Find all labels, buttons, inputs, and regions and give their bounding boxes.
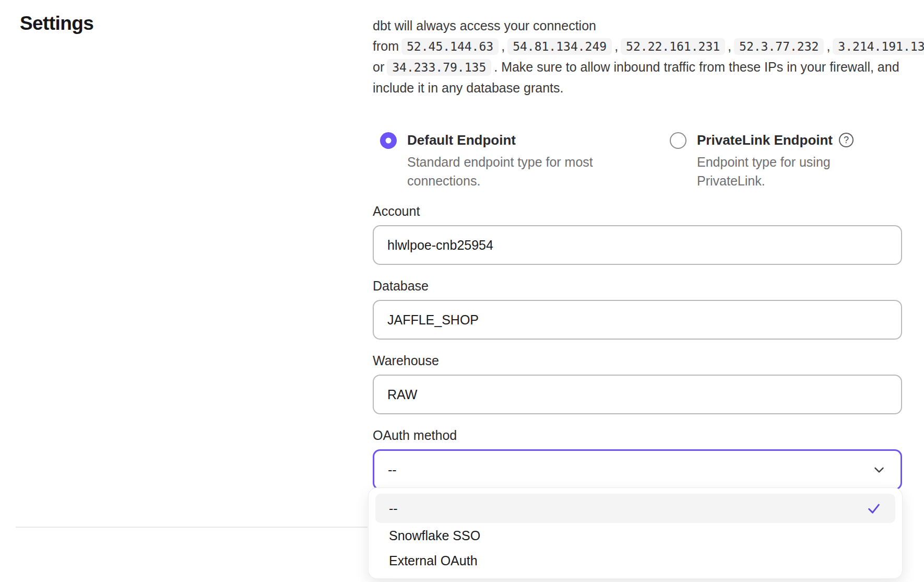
ip-allowlist-notice: dbt will always access your connection f…: [373, 16, 902, 98]
database-input[interactable]: [373, 300, 902, 340]
ip-address-badge: 54.81.134.249: [507, 38, 612, 55]
account-input[interactable]: [373, 225, 902, 265]
oauth-method-field: OAuth method --: [373, 428, 902, 490]
account-label: Account: [373, 204, 902, 219]
notice-text: ,: [826, 39, 830, 53]
section-divider: [16, 527, 368, 528]
option-label: Snowflake SSO: [389, 528, 480, 543]
notice-text: ,: [614, 39, 618, 53]
endpoint-type-radio-group: Default Endpoint Standard endpoint type …: [373, 132, 902, 190]
connection-settings-column: dbt will always access your connection f…: [373, 16, 902, 490]
warehouse-input[interactable]: [373, 375, 902, 414]
notice-text: ,: [501, 39, 505, 53]
default-endpoint-text: Default Endpoint Standard endpoint type …: [407, 132, 616, 190]
notice-text: ,: [728, 39, 731, 53]
ip-address-badge: 3.214.191.130: [833, 38, 924, 55]
ip-address-badge: 52.45.144.63: [401, 38, 499, 55]
database-label: Database: [373, 278, 902, 294]
ip-address-badge: 52.3.77.232: [734, 38, 824, 55]
option-label: --: [389, 501, 398, 516]
oauth-method-dropdown-menu: -- Snowflake SSO External OAuth: [369, 488, 902, 578]
database-field: Database: [373, 278, 902, 340]
oauth-method-select[interactable]: --: [373, 449, 902, 490]
ip-address-badge: 52.22.161.231: [621, 38, 725, 55]
page-title: Settings: [20, 13, 93, 34]
privatelink-endpoint-description: Endpoint type for using PrivateLink.: [697, 153, 859, 190]
dropdown-option-external-oauth[interactable]: External OAuth: [375, 548, 895, 573]
oauth-method-label: OAuth method: [373, 428, 902, 443]
warehouse-field: Warehouse: [373, 353, 902, 414]
default-endpoint-description: Standard endpoint type for most connecti…: [407, 153, 616, 190]
radio-selected-icon[interactable]: [380, 132, 397, 149]
radio-privatelink-endpoint[interactable]: PrivateLink Endpoint ? Endpoint type for…: [670, 132, 859, 190]
dropdown-option-none[interactable]: --: [375, 494, 895, 523]
chevron-down-icon: [871, 462, 887, 478]
oauth-method-value: --: [388, 462, 397, 478]
privatelink-endpoint-text: PrivateLink Endpoint ? Endpoint type for…: [697, 132, 859, 190]
check-icon: [866, 500, 882, 516]
dropdown-option-snowflake-sso[interactable]: Snowflake SSO: [375, 523, 895, 548]
radio-default-endpoint[interactable]: Default Endpoint Standard endpoint type …: [380, 132, 670, 190]
option-label: External OAuth: [389, 553, 478, 568]
warehouse-label: Warehouse: [373, 353, 902, 368]
default-endpoint-label: Default Endpoint: [407, 132, 616, 148]
privatelink-endpoint-label: PrivateLink Endpoint: [697, 132, 833, 148]
ip-address-badge: 34.233.79.135: [387, 59, 491, 76]
help-question-icon[interactable]: ?: [839, 133, 854, 147]
radio-unselected-icon[interactable]: [670, 132, 686, 149]
account-field: Account: [373, 204, 902, 265]
